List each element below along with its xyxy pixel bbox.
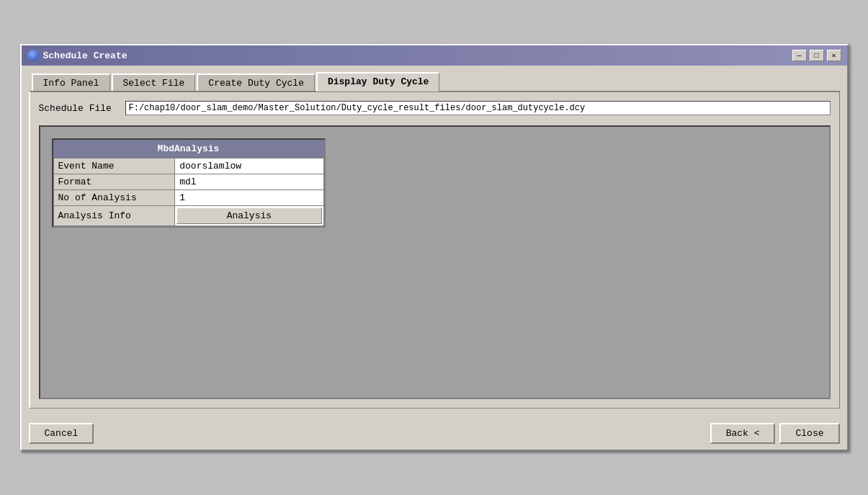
event-name-value: doorslamlow bbox=[175, 159, 323, 174]
close-button[interactable]: Close bbox=[779, 423, 839, 444]
table-row: Analysis Info Analysis bbox=[53, 206, 323, 226]
tab-display-duty-cycle[interactable]: Display Duty Cycle bbox=[316, 72, 439, 92]
title-bar: Schedule Create — □ ✕ bbox=[22, 45, 847, 66]
window-body: Info Panel Select File Create Duty Cycle… bbox=[22, 66, 847, 416]
analysis-info-label: Analysis Info bbox=[53, 206, 175, 226]
format-value: mdl bbox=[175, 174, 323, 190]
close-window-button[interactable]: ✕ bbox=[827, 50, 841, 61]
tab-info-panel[interactable]: Info Panel bbox=[32, 73, 110, 93]
cancel-button[interactable]: Cancel bbox=[29, 423, 94, 444]
format-label: Format bbox=[53, 174, 175, 190]
tab-content: Schedule File MbdAnalysis Event Name doo… bbox=[29, 91, 840, 409]
back-button[interactable]: Back < bbox=[710, 423, 776, 444]
table-row: No of Analysis 1 bbox=[53, 190, 323, 206]
window-icon bbox=[27, 50, 39, 61]
schedule-file-label: Schedule File bbox=[39, 103, 118, 114]
maximize-button[interactable]: □ bbox=[810, 50, 824, 61]
schedule-create-window: Schedule Create — □ ✕ Info Panel Select … bbox=[20, 44, 849, 451]
bottom-bar: Cancel Back < Close bbox=[22, 416, 847, 450]
title-buttons: — □ ✕ bbox=[792, 50, 841, 61]
analysis-container: MbdAnalysis Event Name doorslamlow Forma… bbox=[52, 138, 326, 228]
schedule-file-row: Schedule File bbox=[39, 101, 831, 115]
main-panel: MbdAnalysis Event Name doorslamlow Forma… bbox=[39, 125, 831, 399]
analysis-table: Event Name doorslamlow Format mdl No of … bbox=[53, 158, 324, 226]
schedule-file-input[interactable] bbox=[125, 101, 831, 115]
table-row: Event Name doorslamlow bbox=[53, 159, 323, 174]
analysis-header: MbdAnalysis bbox=[53, 140, 324, 158]
analysis-button[interactable]: Analysis bbox=[176, 208, 321, 224]
title-bar-left: Schedule Create bbox=[27, 50, 127, 61]
no-of-analysis-value: 1 bbox=[175, 190, 323, 206]
minimize-button[interactable]: — bbox=[792, 50, 807, 61]
analysis-info-cell: Analysis bbox=[175, 206, 323, 226]
table-row: Format mdl bbox=[53, 174, 323, 190]
tab-bar: Info Panel Select File Create Duty Cycle… bbox=[29, 71, 840, 91]
window-title: Schedule Create bbox=[43, 50, 127, 61]
bottom-right-buttons: Back < Close bbox=[710, 423, 840, 444]
tab-create-duty-cycle[interactable]: Create Duty Cycle bbox=[197, 73, 315, 93]
tab-select-file[interactable]: Select File bbox=[112, 73, 196, 93]
no-of-analysis-label: No of Analysis bbox=[53, 190, 175, 206]
event-name-label: Event Name bbox=[53, 159, 175, 174]
